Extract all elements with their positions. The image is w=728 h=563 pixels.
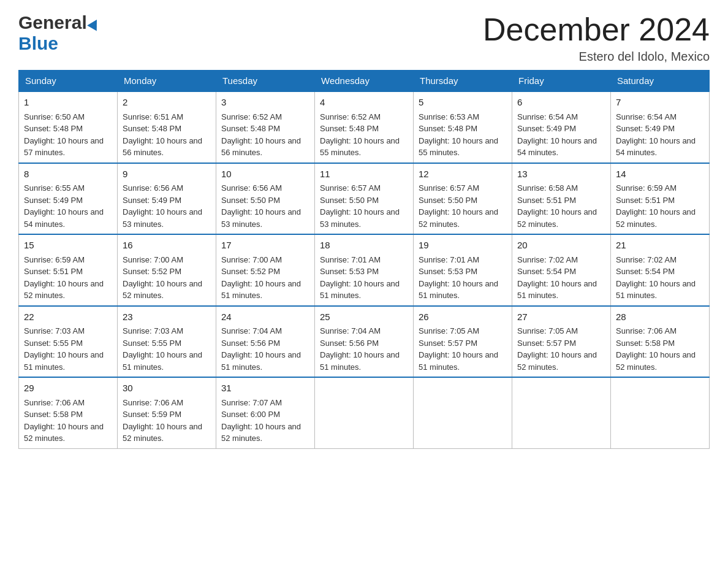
location-text: Estero del Idolo, Mexico [483, 50, 710, 64]
calendar-day-cell: 10Sunrise: 6:56 AMSunset: 5:50 PMDayligh… [216, 163, 315, 235]
calendar-day-cell: 2Sunrise: 6:51 AMSunset: 5:48 PMDaylight… [118, 91, 216, 163]
day-number: 10 [221, 167, 309, 182]
day-number: 3 [221, 96, 309, 110]
day-info: Sunrise: 7:00 AMSunset: 5:52 PMDaylight:… [123, 254, 211, 302]
calendar-day-cell [315, 377, 414, 448]
day-number: 15 [24, 239, 112, 253]
calendar-day-cell: 20Sunrise: 7:02 AMSunset: 5:54 PMDayligh… [512, 234, 611, 306]
calendar-day-cell: 22Sunrise: 7:03 AMSunset: 5:55 PMDayligh… [19, 306, 118, 378]
day-number: 29 [24, 381, 112, 396]
calendar-day-cell: 29Sunrise: 7:06 AMSunset: 5:58 PMDayligh… [19, 377, 118, 448]
calendar-day-cell: 7Sunrise: 6:54 AMSunset: 5:49 PMDaylight… [611, 91, 710, 163]
day-info: Sunrise: 7:07 AMSunset: 6:00 PMDaylight:… [221, 397, 309, 445]
day-number: 8 [24, 167, 112, 182]
day-number: 23 [123, 310, 211, 324]
day-number: 6 [517, 96, 605, 110]
calendar-day-cell: 18Sunrise: 7:01 AMSunset: 5:53 PMDayligh… [315, 234, 414, 306]
day-number: 19 [419, 239, 507, 253]
day-number: 14 [616, 167, 704, 182]
day-number: 24 [221, 310, 309, 324]
calendar-day-cell [414, 377, 512, 448]
weekday-header-sunday: Sunday [19, 71, 118, 92]
calendar-day-cell: 6Sunrise: 6:54 AMSunset: 5:49 PMDaylight… [512, 91, 611, 163]
day-info: Sunrise: 7:03 AMSunset: 5:55 PMDaylight:… [24, 325, 112, 373]
calendar-week-row: 1Sunrise: 6:50 AMSunset: 5:48 PMDaylight… [19, 91, 710, 163]
day-info: Sunrise: 7:03 AMSunset: 5:55 PMDaylight:… [123, 325, 211, 373]
calendar-day-cell [512, 377, 611, 448]
day-number: 22 [24, 310, 112, 324]
day-number: 13 [517, 167, 605, 182]
weekday-header-saturday: Saturday [611, 71, 710, 92]
calendar-day-cell: 16Sunrise: 7:00 AMSunset: 5:52 PMDayligh… [118, 234, 216, 306]
calendar-day-cell: 26Sunrise: 7:05 AMSunset: 5:57 PMDayligh… [414, 306, 512, 378]
day-number: 25 [320, 310, 408, 324]
weekday-header-tuesday: Tuesday [216, 71, 315, 92]
day-info: Sunrise: 6:56 AMSunset: 5:49 PMDaylight:… [123, 182, 211, 230]
day-info: Sunrise: 6:51 AMSunset: 5:48 PMDaylight:… [123, 111, 211, 159]
calendar-week-row: 29Sunrise: 7:06 AMSunset: 5:58 PMDayligh… [19, 377, 710, 448]
weekday-header-friday: Friday [512, 71, 611, 92]
calendar-day-cell: 12Sunrise: 6:57 AMSunset: 5:50 PMDayligh… [414, 163, 512, 235]
day-info: Sunrise: 7:02 AMSunset: 5:54 PMDaylight:… [517, 254, 605, 302]
calendar-day-cell: 25Sunrise: 7:04 AMSunset: 5:56 PMDayligh… [315, 306, 414, 378]
calendar-day-cell: 19Sunrise: 7:01 AMSunset: 5:53 PMDayligh… [414, 234, 512, 306]
day-number: 31 [221, 381, 309, 396]
day-info: Sunrise: 6:59 AMSunset: 5:51 PMDaylight:… [616, 182, 704, 230]
weekday-header-thursday: Thursday [414, 71, 512, 92]
calendar-day-cell: 11Sunrise: 6:57 AMSunset: 5:50 PMDayligh… [315, 163, 414, 235]
day-info: Sunrise: 7:01 AMSunset: 5:53 PMDaylight:… [320, 254, 408, 302]
calendar-day-cell: 4Sunrise: 6:52 AMSunset: 5:48 PMDaylight… [315, 91, 414, 163]
day-number: 7 [616, 96, 704, 110]
calendar-day-cell: 13Sunrise: 6:58 AMSunset: 5:51 PMDayligh… [512, 163, 611, 235]
day-info: Sunrise: 6:54 AMSunset: 5:49 PMDaylight:… [616, 111, 704, 159]
calendar-day-cell: 21Sunrise: 7:02 AMSunset: 5:54 PMDayligh… [611, 234, 710, 306]
logo-general-text: General [18, 12, 87, 33]
day-info: Sunrise: 7:01 AMSunset: 5:53 PMDaylight:… [419, 254, 507, 302]
title-section: December 2024 Estero del Idolo, Mexico [483, 12, 710, 64]
calendar-week-row: 22Sunrise: 7:03 AMSunset: 5:55 PMDayligh… [19, 306, 710, 378]
day-info: Sunrise: 6:52 AMSunset: 5:48 PMDaylight:… [221, 111, 309, 159]
day-info: Sunrise: 6:57 AMSunset: 5:50 PMDaylight:… [320, 182, 408, 230]
calendar-day-cell: 28Sunrise: 7:06 AMSunset: 5:58 PMDayligh… [611, 306, 710, 378]
calendar-week-row: 8Sunrise: 6:55 AMSunset: 5:49 PMDaylight… [19, 163, 710, 235]
day-info: Sunrise: 7:06 AMSunset: 5:59 PMDaylight:… [123, 397, 211, 445]
day-number: 18 [320, 239, 408, 253]
day-info: Sunrise: 7:05 AMSunset: 5:57 PMDaylight:… [419, 325, 507, 373]
day-number: 1 [24, 96, 112, 110]
day-info: Sunrise: 6:52 AMSunset: 5:48 PMDaylight:… [320, 111, 408, 159]
day-info: Sunrise: 6:59 AMSunset: 5:51 PMDaylight:… [24, 254, 112, 302]
day-number: 20 [517, 239, 605, 253]
day-info: Sunrise: 7:04 AMSunset: 5:56 PMDaylight:… [320, 325, 408, 373]
calendar-day-cell: 31Sunrise: 7:07 AMSunset: 6:00 PMDayligh… [216, 377, 315, 448]
weekday-header-monday: Monday [118, 71, 216, 92]
day-number: 28 [616, 310, 704, 324]
calendar-day-cell [611, 377, 710, 448]
calendar-day-cell: 30Sunrise: 7:06 AMSunset: 5:59 PMDayligh… [118, 377, 216, 448]
day-info: Sunrise: 6:57 AMSunset: 5:50 PMDaylight:… [419, 182, 507, 230]
day-number: 12 [419, 167, 507, 182]
day-number: 17 [221, 239, 309, 253]
day-number: 30 [123, 381, 211, 396]
logo-blue-text: Blue [18, 33, 58, 53]
calendar-day-cell: 15Sunrise: 6:59 AMSunset: 5:51 PMDayligh… [19, 234, 118, 306]
day-number: 5 [419, 96, 507, 110]
calendar-table: SundayMondayTuesdayWednesdayThursdayFrid… [18, 70, 710, 449]
day-info: Sunrise: 6:55 AMSunset: 5:49 PMDaylight:… [24, 182, 112, 230]
day-number: 16 [123, 239, 211, 253]
calendar-day-cell: 9Sunrise: 6:56 AMSunset: 5:49 PMDaylight… [118, 163, 216, 235]
calendar-day-cell: 24Sunrise: 7:04 AMSunset: 5:56 PMDayligh… [216, 306, 315, 378]
calendar-day-cell: 3Sunrise: 6:52 AMSunset: 5:48 PMDaylight… [216, 91, 315, 163]
day-number: 11 [320, 167, 408, 182]
day-number: 21 [616, 239, 704, 253]
logo-triangle-icon [87, 17, 102, 31]
weekday-header-wednesday: Wednesday [315, 71, 414, 92]
day-info: Sunrise: 6:56 AMSunset: 5:50 PMDaylight:… [221, 182, 309, 230]
day-info: Sunrise: 7:06 AMSunset: 5:58 PMDaylight:… [24, 397, 112, 445]
day-info: Sunrise: 6:50 AMSunset: 5:48 PMDaylight:… [24, 111, 112, 159]
page-header: General Blue December 2024 Estero del Id… [18, 12, 710, 64]
calendar-week-row: 15Sunrise: 6:59 AMSunset: 5:51 PMDayligh… [19, 234, 710, 306]
day-number: 26 [419, 310, 507, 324]
weekday-header-row: SundayMondayTuesdayWednesdayThursdayFrid… [19, 71, 710, 92]
calendar-day-cell: 1Sunrise: 6:50 AMSunset: 5:48 PMDaylight… [19, 91, 118, 163]
calendar-day-cell: 8Sunrise: 6:55 AMSunset: 5:49 PMDaylight… [19, 163, 118, 235]
